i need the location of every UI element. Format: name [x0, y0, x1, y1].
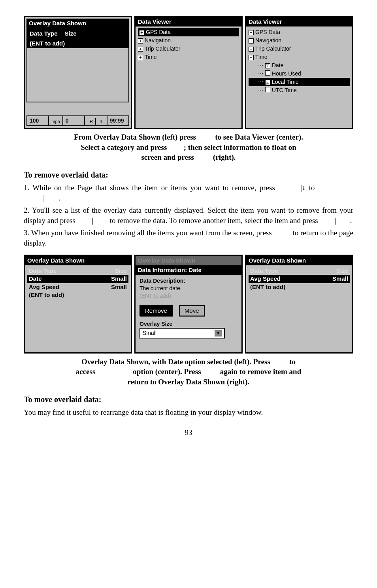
- overlay-size-label: Overlay Size: [139, 320, 238, 328]
- expand-icon[interactable]: +: [249, 38, 254, 43]
- checkbox-icon[interactable]: ☑: [265, 80, 270, 85]
- list-row-ent-add[interactable]: (ENT to add): [27, 291, 128, 299]
- list-row-ent-add[interactable]: (ENT to add): [249, 283, 350, 291]
- panel-data-viewer-collapsed: Data Viewer +GPS Data +Navigation +Trip …: [134, 16, 243, 129]
- dialog-subtitle: Data Information: Date: [136, 265, 241, 275]
- status-unit-r: R ft: [85, 116, 107, 125]
- status-unit-mph: mph: [49, 116, 63, 125]
- move-button[interactable]: Move: [179, 305, 205, 316]
- status-time: 99:99: [107, 116, 128, 125]
- status-bar: 100 mph 0 R ft 99:99: [26, 115, 129, 126]
- list-row-avg-speed[interactable]: Avg SpeedSmall: [249, 275, 350, 283]
- remove-button[interactable]: Remove: [139, 305, 173, 316]
- panel-title: Overlay Data Shown: [136, 256, 241, 265]
- ghost-text: (ENT to add): [139, 292, 238, 300]
- figure-2-caption: Overlay Data Shown, with Date option sel…: [24, 357, 353, 387]
- move-paragraph: You may find it useful to rearrange data…: [24, 407, 353, 418]
- desc-label: Data Description:: [139, 277, 238, 285]
- step-2: 2. You'll see a list of the overlay data…: [24, 205, 353, 225]
- combo-value: Small: [143, 329, 156, 337]
- tree-date[interactable]: ⋯ ☑Date: [249, 61, 350, 70]
- tree-gps-data[interactable]: +GPS Data: [249, 28, 350, 36]
- heading-move-overlaid: To move overlaid data:: [24, 394, 353, 405]
- checkbox-icon[interactable]: [265, 87, 270, 92]
- overlay-size-combo[interactable]: Small ▼: [139, 328, 225, 338]
- status-speed: 100: [27, 116, 49, 125]
- expand-icon[interactable]: +: [138, 38, 143, 43]
- list-row-date[interactable]: DateSmall: [27, 275, 128, 283]
- status-r: 0: [63, 116, 85, 125]
- panel-overlay-before: Overlay Data Shown Data TypeSize DateSma…: [24, 255, 132, 354]
- collapse-icon[interactable]: −: [249, 55, 254, 60]
- expand-icon[interactable]: +: [139, 30, 144, 35]
- panel-title: Overlay Data Shown: [26, 19, 129, 28]
- dialog-body: Data Description: The current date. (ENT…: [136, 275, 241, 352]
- tree-utc-time[interactable]: ⋯ UTC Time: [249, 86, 350, 95]
- tree-gps-data[interactable]: +GPS Data: [138, 28, 239, 36]
- tree-time[interactable]: +Time: [138, 53, 239, 61]
- tree-navigation[interactable]: +Navigation: [138, 36, 239, 45]
- desc-text: The current date.: [139, 285, 238, 292]
- checkbox-icon[interactable]: [265, 70, 270, 76]
- expand-icon[interactable]: +: [249, 30, 254, 35]
- chevron-down-icon[interactable]: ▼: [215, 330, 222, 337]
- panel-title: Overlay Data Shown: [25, 256, 131, 265]
- expand-icon[interactable]: +: [138, 47, 143, 52]
- list-header: Data TypeSize: [27, 267, 128, 275]
- panel-data-info-dialog: Overlay Data Shown Data Information: Dat…: [134, 255, 243, 354]
- tree-hours-used[interactable]: ⋯ Hours Used: [249, 70, 350, 78]
- listbox: Data TypeSize DateSmall Avg SpeedSmall (…: [25, 265, 131, 301]
- list-row-ent-add[interactable]: (ENT to add): [27, 39, 128, 48]
- step-1: 1. While on the Page that shows the item…: [24, 183, 353, 203]
- panel-title: Data Viewer: [136, 17, 241, 26]
- expand-icon[interactable]: +: [249, 47, 254, 52]
- tree-trip-calculator[interactable]: +Trip Calculator: [249, 45, 350, 53]
- figure-2: Overlay Data Shown Data TypeSize DateSma…: [24, 255, 353, 354]
- checkbox-icon[interactable]: ☑: [265, 63, 270, 68]
- panel-data-viewer-expanded: Data Viewer +GPS Data +Navigation +Trip …: [245, 16, 353, 129]
- panel-overlay-data-shown: Overlay Data Shown Data Type Size (ENT t…: [24, 16, 132, 129]
- tree: +GPS Data +Navigation +Trip Calculator +…: [136, 26, 241, 128]
- list-row-avg-speed[interactable]: Avg SpeedSmall: [27, 283, 128, 291]
- figure-1: Overlay Data Shown Data Type Size (ENT t…: [24, 16, 353, 129]
- page-number: 93: [24, 427, 353, 438]
- tree-local-time[interactable]: ⋯ ☑Local Time: [249, 78, 350, 86]
- step-3: 3. When you have finished removing all t…: [24, 228, 353, 248]
- panel-overlay-after: Overlay Data Shown Data TypeSize Avg Spe…: [245, 255, 353, 354]
- tree-trip-calculator[interactable]: +Trip Calculator: [138, 45, 239, 53]
- tree-time[interactable]: −Time: [249, 53, 350, 61]
- col-data-type: Data Type: [30, 30, 58, 38]
- figure-1-caption: From Overlay Data Shown (left) press ENT…: [24, 132, 353, 163]
- listbox: Data Type Size (ENT to add): [26, 28, 129, 102]
- list-header: Data Type Size: [27, 29, 128, 38]
- listbox: Data TypeSize Avg SpeedSmall (ENT to add…: [246, 265, 352, 293]
- col-size: Size: [65, 30, 77, 38]
- tree-navigation[interactable]: +Navigation: [249, 36, 350, 45]
- panel-title: Data Viewer: [246, 17, 352, 26]
- list-header: Data TypeSize: [249, 267, 350, 275]
- expand-icon[interactable]: +: [138, 55, 143, 60]
- heading-remove-overlaid: To remove overlaid data:: [24, 170, 353, 180]
- panel-title: Overlay Data Shown: [246, 256, 352, 265]
- tree: +GPS Data +Navigation +Trip Calculator −…: [246, 26, 352, 128]
